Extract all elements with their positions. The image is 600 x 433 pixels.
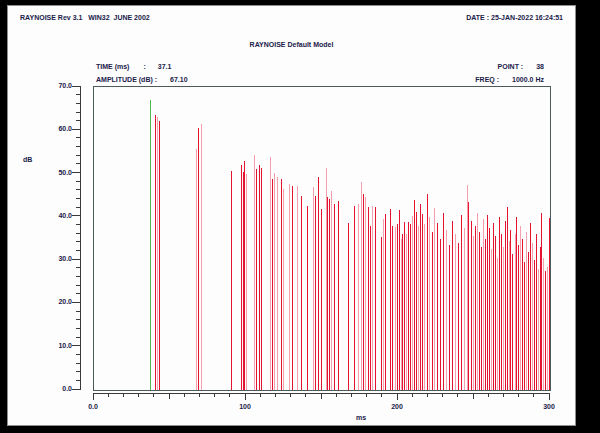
- x-axis-unit-label: ms: [356, 414, 366, 422]
- reflection-spike: [307, 206, 308, 390]
- reflection-spike: [538, 269, 539, 390]
- freq-label: FREQ :: [475, 76, 499, 83]
- reflection-spike: [468, 202, 469, 390]
- x-axis-minor-tick: [153, 394, 154, 397]
- time-separator: :: [129, 63, 157, 71]
- reflection-spike: [241, 165, 242, 390]
- reflection-spike: [281, 179, 282, 390]
- y-axis-minor-tick: [76, 163, 80, 164]
- y-axis-minor-tick: [76, 285, 80, 286]
- reflection-spike: [499, 217, 500, 390]
- reflection-spike: [292, 186, 293, 390]
- point-value: 38: [536, 63, 544, 70]
- x-axis-minor-tick: [366, 394, 367, 397]
- y-axis-minor-tick: [76, 363, 80, 364]
- date-label: DATE : 25-JAN-2022 16:24:51: [466, 14, 563, 22]
- x-axis-minor-tick: [260, 394, 261, 397]
- reflection-spike: [390, 209, 391, 390]
- y-axis-tick-label: 0.0: [32, 385, 72, 393]
- reflection-spike: [256, 169, 257, 390]
- y-axis-minor-tick: [76, 267, 80, 268]
- reflection-spike: [541, 213, 542, 391]
- time-readout: TIME (ms):37.1: [96, 63, 171, 71]
- direct-sound-spike: [150, 100, 151, 390]
- reflection-spike: [261, 168, 262, 391]
- x-axis-minor-tick: [199, 394, 200, 397]
- reflection-spike: [473, 236, 474, 390]
- reflection-spike: [201, 124, 202, 390]
- reflection-spike: [370, 226, 371, 391]
- reflection-spike: [515, 234, 516, 390]
- reflection-spike: [385, 214, 386, 390]
- x-axis-minor-tick: [321, 394, 322, 399]
- app-version-label: RAYNOISE Rev 3.1 WIN32 JUNE 2002: [20, 14, 150, 22]
- y-axis-unit-label: dB: [23, 156, 32, 164]
- reflection-spike: [318, 177, 319, 390]
- reflection-spike: [452, 221, 453, 390]
- reflection-spike: [505, 221, 506, 390]
- x-axis-major-tick: [549, 394, 550, 400]
- reflection-spike: [424, 224, 425, 390]
- reflection-spike: [524, 262, 525, 390]
- reflection-spike: [530, 223, 531, 390]
- amplitude-label: AMPLITUDE (dB) :: [96, 76, 157, 83]
- x-axis-major-tick: [397, 394, 398, 400]
- reflection-spike: [437, 223, 438, 390]
- reflection-spike: [516, 217, 517, 390]
- reflection-spike: [503, 247, 504, 390]
- y-axis-major-tick: [72, 389, 80, 390]
- reflection-spike: [432, 232, 433, 390]
- reflection-spike: [274, 173, 275, 390]
- reflection-spike: [471, 221, 472, 390]
- freq-readout: FREQ :1000.0 Hz: [475, 76, 544, 84]
- y-axis-major-tick: [72, 259, 80, 260]
- reflection-spike: [489, 228, 490, 390]
- reflection-spike: [510, 230, 511, 390]
- x-axis-minor-tick: [229, 394, 230, 397]
- x-axis-minor-tick: [351, 394, 352, 397]
- reflection-spike: [434, 208, 435, 390]
- y-axis-tick-label: 70.0: [32, 82, 72, 90]
- reflection-spike: [440, 239, 441, 391]
- reflection-spike: [429, 217, 430, 390]
- x-axis-minor-tick: [473, 394, 474, 399]
- reflection-spike: [475, 226, 476, 391]
- reflection-spike: [354, 206, 355, 390]
- reflection-spike: [412, 216, 413, 390]
- x-axis-minor-tick: [169, 394, 170, 399]
- reflection-spike: [427, 194, 428, 390]
- reflection-spike: [338, 201, 339, 390]
- point-label: POINT :: [498, 63, 524, 70]
- reflection-spike: [365, 197, 366, 390]
- y-axis-minor-tick: [76, 120, 80, 121]
- reflection-spike: [545, 271, 546, 390]
- x-axis-minor-tick: [381, 394, 382, 397]
- model-title: RAYNOISE Default Model: [8, 41, 575, 49]
- reflection-spike: [159, 121, 160, 390]
- reflection-spike: [372, 206, 373, 390]
- y-axis-minor-tick: [76, 380, 80, 381]
- y-axis-minor-tick: [76, 328, 80, 329]
- y-axis-minor-tick: [76, 241, 80, 242]
- x-axis-ruler: [93, 393, 550, 394]
- reflection-spike: [254, 155, 255, 390]
- reflection-spike: [381, 237, 382, 390]
- reflection-spike: [477, 213, 478, 391]
- reflection-spike: [404, 222, 405, 390]
- y-axis-minor-tick: [76, 276, 80, 277]
- x-axis-minor-tick: [275, 394, 276, 397]
- y-axis-tick-label: 40.0: [32, 212, 72, 220]
- reflection-spike: [512, 254, 513, 390]
- y-axis-tick-label: 10.0: [32, 342, 72, 350]
- reflection-spike: [315, 196, 316, 390]
- reflection-spike: [443, 213, 444, 391]
- reflection-spike: [458, 243, 459, 390]
- plot-area[interactable]: [93, 86, 551, 391]
- y-axis-minor-tick: [76, 189, 80, 190]
- reflection-spike: [532, 243, 533, 390]
- x-axis-tick-label: 100: [230, 403, 260, 411]
- y-axis-minor-tick: [76, 224, 80, 225]
- reflection-spike: [507, 207, 508, 390]
- reflection-spike: [522, 239, 523, 391]
- y-axis-major-tick: [72, 302, 80, 303]
